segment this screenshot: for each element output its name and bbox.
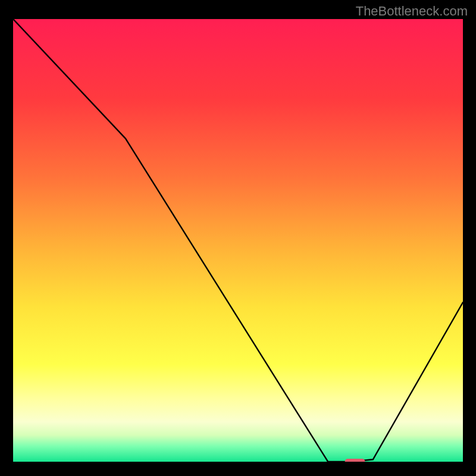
- chart-svg: [13, 19, 463, 462]
- watermark-text: TheBottleneck.com: [356, 4, 468, 19]
- gradient-background: [13, 19, 463, 462]
- optimal-marker: [345, 459, 365, 462]
- plot-area: [13, 19, 463, 462]
- chart-container: TheBottleneck.com: [0, 0, 476, 476]
